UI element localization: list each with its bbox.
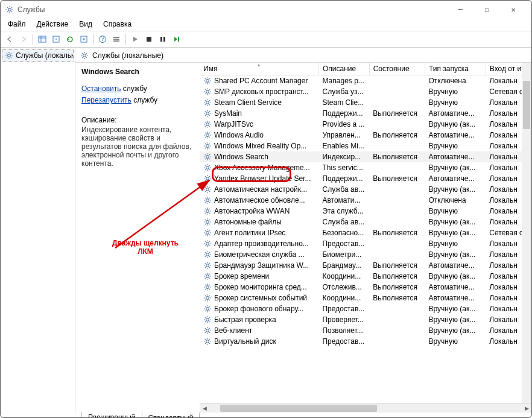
svg-point-37 (206, 286, 209, 289)
service-name: Брандмауэр Защитника W... (214, 261, 309, 270)
service-row[interactable]: Steam Client ServiceSteam Clie...Вручную… (200, 97, 531, 108)
service-row[interactable]: Автономные файлыСлужба ав...Вручную (ак.… (200, 217, 531, 227)
restart-service-button[interactable] (170, 33, 183, 46)
service-state (369, 75, 425, 87)
service-row[interactable]: SMP дисковых пространст...Служба уз...Вр… (200, 86, 531, 97)
menu-action[interactable]: Действие (33, 19, 72, 31)
service-name: Веб-клиент (214, 326, 252, 335)
service-row[interactable]: Автоматическая настройк...Служба ав...Вр… (200, 184, 531, 195)
tree-root-label: Службы (локальн (16, 51, 74, 60)
menu-help[interactable]: Справка (100, 19, 135, 31)
service-name: Windows Audio (214, 131, 264, 139)
stop-service-button[interactable] (142, 33, 156, 46)
help-button[interactable]: ? (96, 33, 109, 46)
service-row[interactable]: Брокер мониторинга сред...Отслежив...Вып… (200, 282, 531, 293)
svg-point-27 (206, 177, 209, 180)
svg-rect-14 (163, 37, 165, 42)
service-gear-icon (203, 185, 212, 194)
service-row[interactable]: Адаптер производительно...Предостав...Вр… (200, 238, 531, 249)
service-row[interactable]: Веб-клиентПозволяет...Вручную (ак...Лока… (200, 325, 531, 336)
scroll-thumb[interactable] (220, 405, 377, 412)
service-row[interactable]: Агент политики IPsecБезопасно...Выполняе… (200, 227, 531, 238)
svg-rect-12 (147, 37, 151, 42)
service-row[interactable]: Yandex.Browser Update Ser...Поддержи...В… (200, 173, 531, 184)
scroll-left-icon[interactable]: ◀ (200, 404, 209, 413)
forward-button[interactable] (17, 33, 30, 46)
service-row[interactable]: Windows AudioУправлен...ВыполняетсяАвтом… (200, 130, 531, 141)
service-start: Вручную (425, 141, 486, 151)
service-row[interactable]: Windows Mixed Reality Op...Enables Mi...… (200, 141, 531, 151)
service-name: Брокер системных событий (214, 294, 307, 302)
svg-point-22 (206, 123, 209, 126)
col-desc[interactable]: Описание (318, 63, 369, 75)
description-text: Индексирование контента, кэширование сво… (81, 125, 194, 168)
svg-rect-10 (113, 39, 119, 40)
menu-view[interactable]: Вид (75, 19, 96, 31)
detail-view-button[interactable] (36, 33, 49, 46)
service-row[interactable]: Автоматическое обновле...Автомати...Откл… (200, 195, 531, 206)
tree-root-services[interactable]: Службы (локальн (2, 49, 74, 62)
pause-service-button[interactable] (156, 33, 169, 46)
scroll-right-icon[interactable]: ▶ (522, 404, 531, 413)
service-state: Выполняется (369, 173, 425, 184)
service-gear-icon (203, 207, 212, 215)
start-service-button[interactable] (128, 33, 142, 46)
service-gear-icon (203, 98, 212, 107)
service-desc: Provides a ... (318, 119, 369, 130)
restart-link[interactable]: Перезапустить (81, 96, 131, 104)
horizontal-scrollbar[interactable]: ◀ ▶ (200, 403, 531, 413)
service-row[interactable]: WarpJITSvcProvides a ...Вручную (ак...Ло… (200, 119, 531, 130)
svg-text:?: ? (101, 35, 105, 43)
refresh-button[interactable] (63, 33, 77, 46)
service-row[interactable]: Биометрическая служба ...Биометри...Вруч… (200, 249, 531, 260)
service-row[interactable]: Xbox Accessory Manageme...This servic...… (200, 162, 531, 173)
service-row[interactable]: Брандмауэр Защитника W...Брандмау...Выпо… (200, 260, 531, 271)
service-gear-icon (203, 239, 212, 248)
service-desc: Координи... (318, 271, 369, 282)
svg-point-25 (206, 156, 209, 159)
close-button[interactable]: ✕ (500, 1, 527, 18)
service-gear-icon (203, 283, 212, 291)
service-state (369, 162, 425, 173)
service-name: Steam Client Service (214, 98, 282, 107)
service-state (369, 86, 425, 97)
back-button[interactable] (3, 33, 16, 46)
service-desc: Служба ав... (318, 184, 369, 195)
service-gear-icon (203, 77, 212, 85)
service-row[interactable]: SysMainПоддержи...ВыполняетсяАвтоматиче.… (200, 108, 531, 119)
service-start: Вручную (ак... (425, 271, 486, 282)
col-start[interactable]: Тип запуска (425, 63, 486, 75)
list-button[interactable] (110, 33, 123, 46)
service-row[interactable]: Windows SearchИндексир...ВыполняетсяАвто… (200, 151, 531, 162)
service-row[interactable]: Брокер фонового обнару...Предостав...Вру… (200, 303, 531, 314)
service-state (369, 206, 425, 217)
service-row[interactable]: Быстрая проверкаПроверяет...Вручную (ак.… (200, 314, 531, 325)
vscroll-thumb[interactable] (523, 81, 530, 129)
service-row[interactable]: Shared PC Account ManagerManages p...Отк… (200, 75, 531, 87)
service-row[interactable]: Виртуальный дискПредостав...ВручнуюЛокал… (200, 336, 531, 347)
service-start: Автоматиче... (425, 293, 486, 303)
tab-extended[interactable]: Расширенный (81, 412, 142, 418)
service-row[interactable]: Автонастройка WWANЭта служб...ВручнуюЛок… (200, 206, 531, 217)
col-name[interactable]: Имя▴ (200, 63, 318, 75)
export-button[interactable] (77, 33, 90, 46)
maximize-button[interactable]: ☐ (473, 1, 500, 18)
properties-button[interactable] (49, 33, 63, 46)
services-list[interactable]: Имя▴ Описание Состояние Тип запуска Вход… (200, 63, 531, 403)
minimize-button[interactable]: ─ (447, 1, 473, 18)
service-gear-icon (203, 337, 212, 346)
col-state[interactable]: Состояние (369, 63, 425, 75)
service-name: Брокер мониторинга сред... (214, 283, 307, 291)
service-gear-icon (203, 196, 212, 204)
service-start: Вручную (ак... (425, 119, 486, 130)
service-start: Отключена (425, 75, 486, 87)
menu-file[interactable]: Файл (4, 19, 30, 31)
service-row[interactable]: Брокер системных событийКоордини...Выпол… (200, 293, 531, 303)
vertical-scrollbar[interactable] (522, 63, 531, 403)
tab-standard[interactable]: Стандартный (142, 413, 200, 418)
svg-point-35 (206, 264, 209, 267)
service-row[interactable]: Брокер времениКоордини...ВыполняетсяВруч… (200, 271, 531, 282)
service-gear-icon (203, 250, 212, 259)
service-name: Автоматическое обновле... (214, 196, 305, 204)
stop-link[interactable]: Остановить (81, 84, 121, 93)
